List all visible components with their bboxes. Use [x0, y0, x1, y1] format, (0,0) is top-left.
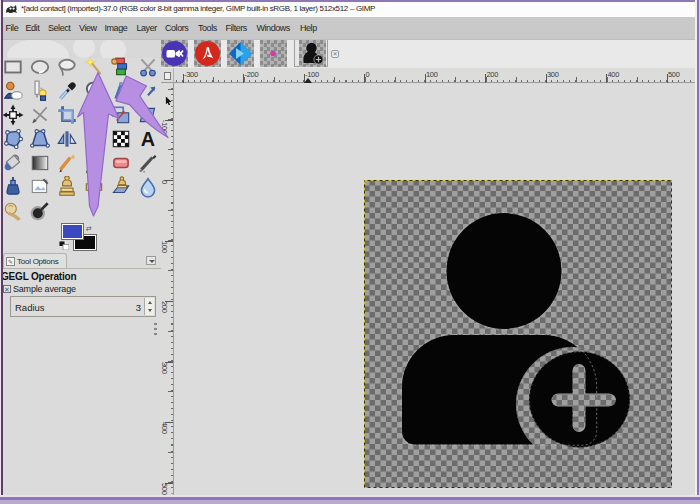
svg-text:A: A	[141, 128, 155, 150]
